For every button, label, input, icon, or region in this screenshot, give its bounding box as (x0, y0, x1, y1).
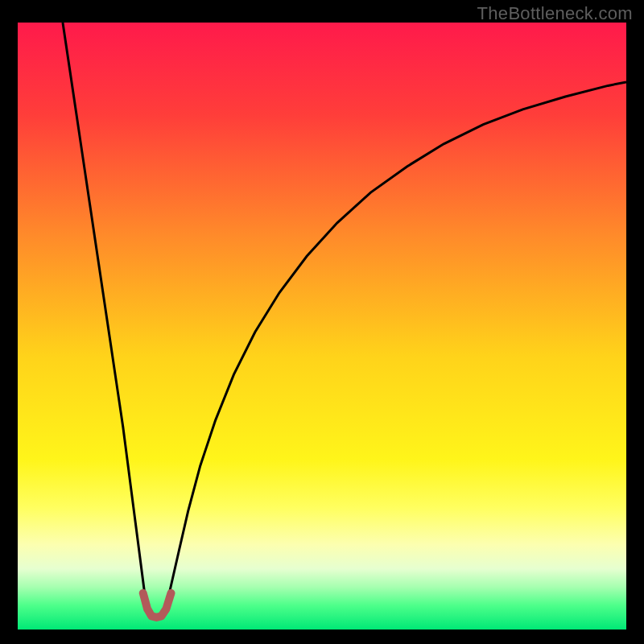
chart-svg (18, 23, 626, 630)
chart-frame: TheBottleneck.com (0, 0, 644, 644)
watermark-text: TheBottleneck.com (477, 3, 633, 24)
plot-area (18, 23, 626, 630)
